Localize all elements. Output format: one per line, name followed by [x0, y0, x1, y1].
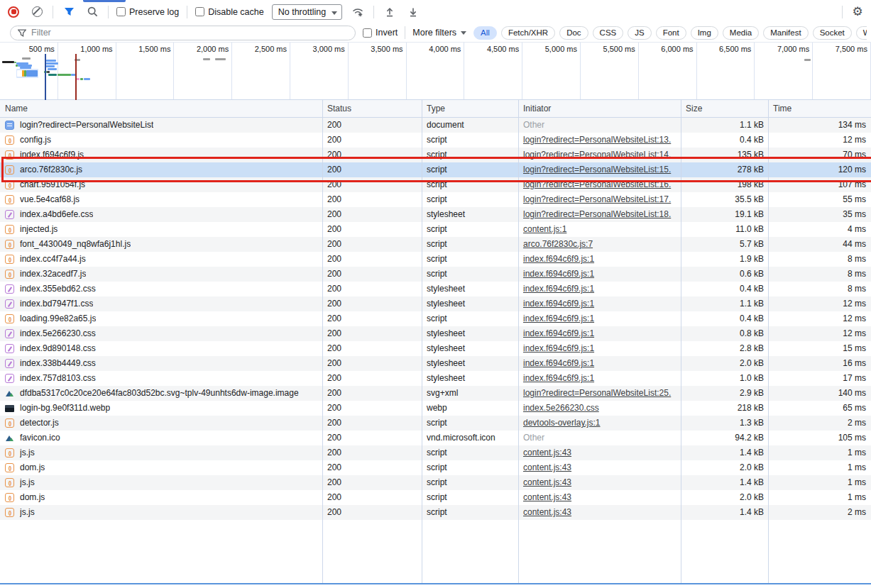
- table-row[interactable]: index.338b4449.css200stylesheetindex.f69…: [0, 356, 871, 371]
- filter-toggle-button[interactable]: [61, 4, 77, 20]
- request-time: 55 ms: [769, 192, 871, 207]
- initiator-link[interactable]: login?redirect=PersonalWebsiteList:16.: [523, 179, 671, 189]
- more-filters-button[interactable]: More filters: [412, 28, 466, 38]
- filter-chip-all[interactable]: All: [473, 26, 497, 40]
- import-har-button[interactable]: [382, 4, 398, 20]
- initiator-link[interactable]: content.js:43: [523, 507, 571, 517]
- column-divider[interactable]: [768, 100, 769, 583]
- table-row[interactable]: index.32acedf7.js200scriptindex.f694c6f9…: [0, 267, 871, 282]
- table-row[interactable]: js.js200scriptcontent.js:431.4 kB1 ms: [0, 475, 871, 490]
- disable-cache-checkbox[interactable]: [195, 7, 204, 16]
- initiator-link[interactable]: content.js:43: [523, 477, 571, 487]
- table-row[interactable]: index.bd7947f1.css200stylesheetindex.f69…: [0, 296, 871, 311]
- column-header-name[interactable]: Name: [0, 100, 323, 117]
- table-row[interactable]: detector.js200scriptdevtools-overlay.js:…: [0, 416, 871, 431]
- table-row[interactable]: index.a4bd6efe.css200stylesheetlogin?red…: [0, 207, 871, 222]
- table-row[interactable]: index.cc4f7a44.js200scriptindex.f694c6f9…: [0, 252, 871, 267]
- table-row[interactable]: favicon.ico200vnd.microsoft.iconOther94.…: [0, 431, 871, 445]
- network-overview[interactable]: 500 ms1,000 ms1,500 ms2,000 ms2,500 ms3,…: [0, 43, 871, 100]
- initiator-link[interactable]: index.f694c6f9.js:1: [523, 299, 594, 309]
- initiator-link[interactable]: index.f694c6f9.js:1: [523, 343, 594, 353]
- search-button[interactable]: [84, 4, 100, 20]
- request-initiator-cell: index.f694c6f9.js:1: [519, 252, 681, 267]
- table-row[interactable]: login?redirect=PersonalWebsiteList200doc…: [0, 118, 871, 133]
- request-name-cell: index.757d8103.css: [0, 371, 323, 386]
- table-row[interactable]: config.js200scriptlogin?redirect=Persona…: [0, 133, 871, 148]
- table-row[interactable]: index.9d890148.css200stylesheetindex.f69…: [0, 341, 871, 356]
- table-row[interactable]: index.f694c6f9.js200scriptlogin?redirect…: [0, 148, 871, 162]
- column-divider[interactable]: [322, 100, 323, 583]
- filter-chip-manifest[interactable]: Manifest: [763, 26, 808, 40]
- initiator-link[interactable]: content.js:1: [523, 224, 566, 234]
- request-name: index.32acedf7.js: [20, 267, 86, 282]
- filter-chip-font[interactable]: Font: [656, 26, 686, 40]
- initiator-link[interactable]: login?redirect=PersonalWebsiteList:15.: [523, 165, 671, 174]
- filter-input[interactable]: Filter: [10, 26, 356, 40]
- initiator-link[interactable]: login?redirect=PersonalWebsiteList:13.: [523, 135, 671, 145]
- initiator-link[interactable]: devtools-overlay.js:1: [523, 418, 601, 428]
- throttling-select[interactable]: No throttling: [272, 4, 342, 20]
- initiator-link[interactable]: index.f694c6f9.js:1: [523, 328, 594, 338]
- table-row[interactable]: index.757d8103.css200stylesheetindex.f69…: [0, 371, 871, 386]
- request-time: 2 ms: [769, 505, 871, 520]
- table-row[interactable]: vue.5e4caf68.js200scriptlogin?redirect=P…: [0, 192, 871, 207]
- table-row[interactable]: arco.76f2830c.js200scriptlogin?redirect=…: [0, 162, 871, 177]
- initiator-link[interactable]: login?redirect=PersonalWebsiteList:18.: [523, 209, 671, 219]
- column-header-time[interactable]: Time: [769, 100, 871, 117]
- table-row[interactable]: login-bg.9e0f311d.webp200webpindex.5e266…: [0, 401, 871, 416]
- table-row[interactable]: font_4430049_nq8wfa6j1hl.js200scriptarco…: [0, 237, 871, 252]
- table-row[interactable]: js.js200scriptcontent.js:431.4 kB2 ms: [0, 505, 871, 520]
- initiator-link[interactable]: index.f694c6f9.js:1: [523, 284, 594, 294]
- table-row[interactable]: index.355ebd62.css200stylesheetindex.f69…: [0, 282, 871, 296]
- column-divider[interactable]: [518, 100, 519, 583]
- table-row[interactable]: index.5e266230.css200stylesheetindex.f69…: [0, 326, 871, 341]
- request-name: favicon.ico: [20, 431, 60, 445]
- column-divider[interactable]: [681, 100, 681, 583]
- column-header-initiator[interactable]: Initiator: [519, 100, 681, 117]
- column-header-status[interactable]: Status: [323, 100, 422, 117]
- request-name-cell: arco.76f2830c.js: [0, 162, 323, 177]
- initiator-link[interactable]: login?redirect=PersonalWebsiteList:17.: [523, 194, 671, 204]
- filter-chip-js[interactable]: JS: [628, 26, 651, 40]
- column-header-size[interactable]: Size: [681, 100, 769, 117]
- filter-chip-doc[interactable]: Doc: [559, 26, 588, 40]
- column-header-type[interactable]: Type: [422, 100, 519, 117]
- initiator-link[interactable]: content.js:43: [523, 492, 571, 502]
- network-conditions-button[interactable]: [350, 4, 366, 20]
- initiator-link[interactable]: login?redirect=PersonalWebsiteList:25.: [523, 388, 671, 398]
- timeline-tick: 3,000 ms: [290, 43, 349, 99]
- table-row[interactable]: injected.js200scriptcontent.js:111.0 kB4…: [0, 222, 871, 237]
- initiator-link[interactable]: index.f694c6f9.js:1: [523, 269, 594, 279]
- column-divider[interactable]: [422, 100, 422, 583]
- table-row[interactable]: dom.js200scriptcontent.js:432.0 kB1 ms: [0, 490, 871, 505]
- filter-chip-css[interactable]: CSS: [593, 26, 624, 40]
- initiator-link[interactable]: content.js:43: [523, 462, 571, 472]
- filter-chip-fetch-xhr[interactable]: Fetch/XHR: [501, 26, 555, 40]
- initiator-link[interactable]: index.f694c6f9.js:1: [523, 254, 594, 264]
- filter-chip-img[interactable]: Img: [691, 26, 718, 40]
- initiator-link[interactable]: index.f694c6f9.js:1: [523, 314, 594, 323]
- disable-cache-control: Disable cache: [195, 7, 264, 17]
- initiator-link[interactable]: login?redirect=PersonalWebsiteList:14.: [523, 150, 671, 160]
- filter-chip-socket[interactable]: Socket: [813, 26, 852, 40]
- filter-chip-media[interactable]: Media: [723, 26, 759, 40]
- preserve-log-checkbox[interactable]: [116, 7, 126, 16]
- record-button[interactable]: [6, 4, 21, 20]
- initiator-link[interactable]: arco.76f2830c.js:7: [523, 239, 593, 249]
- requests-table: Name Status Type Initiator Size Time log…: [0, 100, 871, 583]
- invert-checkbox[interactable]: [363, 28, 372, 38]
- export-har-button[interactable]: [405, 4, 421, 20]
- initiator-link[interactable]: index.f694c6f9.js:1: [523, 358, 594, 368]
- request-name-cell: js.js: [0, 445, 323, 460]
- clear-button[interactable]: [29, 4, 45, 20]
- settings-button[interactable]: ⚙: [850, 4, 865, 20]
- table-row[interactable]: dom.js200scriptcontent.js:432.0 kB1 ms: [0, 460, 871, 475]
- table-row[interactable]: loading.99e82a65.js200scriptindex.f694c6…: [0, 311, 871, 326]
- table-row[interactable]: dfdba5317c0c20ce20e64fac803d52bc.svg~tpl…: [0, 386, 871, 401]
- initiator-link[interactable]: index.f694c6f9.js:1: [523, 373, 594, 383]
- table-row[interactable]: chart.9591054f.js200scriptlogin?redirect…: [0, 177, 871, 192]
- initiator-link[interactable]: content.js:43: [523, 448, 571, 457]
- table-row[interactable]: js.js200scriptcontent.js:431.4 kB1 ms: [0, 445, 871, 460]
- initiator-link[interactable]: index.5e266230.css: [523, 403, 599, 413]
- filter-chip-wasm[interactable]: Wasm: [856, 26, 867, 40]
